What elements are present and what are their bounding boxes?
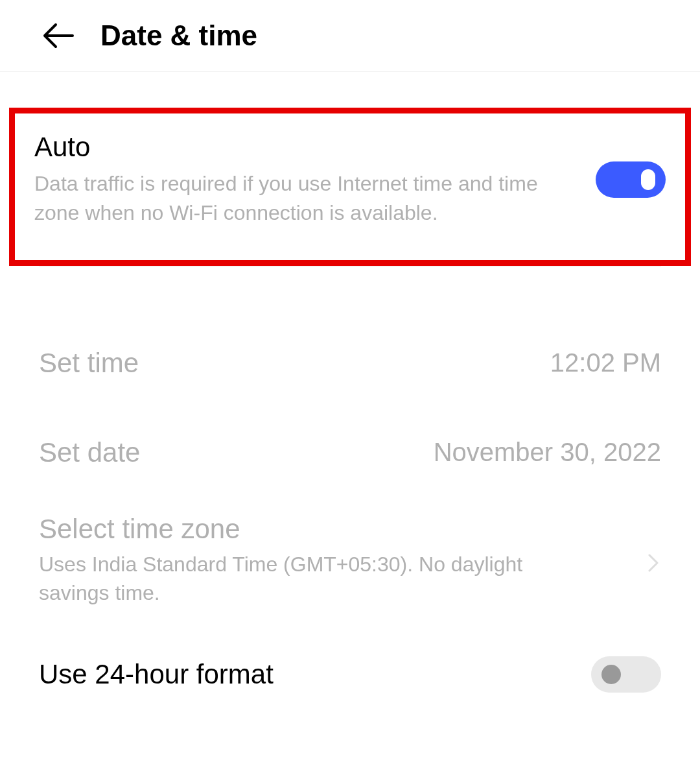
timezone-row[interactable]: Select time zone Uses India Standard Tim… — [0, 497, 700, 634]
auto-toggle[interactable] — [596, 161, 666, 198]
set-date-value: November 30, 2022 — [434, 438, 661, 467]
set-date-row[interactable]: Set date November 30, 2022 — [0, 408, 700, 497]
timezone-title: Select time zone — [39, 514, 635, 545]
header: Date & time — [0, 0, 700, 72]
set-time-row[interactable]: Set time 12:02 PM — [0, 318, 700, 408]
back-arrow-icon[interactable] — [42, 19, 75, 52]
auto-title: Auto — [34, 132, 583, 163]
format-24h-label: Use 24-hour format — [39, 659, 274, 690]
timezone-description: Uses India Standard Time (GMT+05:30). No… — [39, 550, 544, 608]
set-date-label: Set date — [39, 437, 140, 468]
format-24h-row[interactable]: Use 24-hour format — [0, 634, 700, 715]
page-title: Date & time — [100, 19, 257, 52]
auto-setting-row[interactable]: Auto Data traffic is required if you use… — [9, 108, 691, 266]
auto-description: Data traffic is required if you use Inte… — [34, 169, 540, 228]
set-time-label: Set time — [39, 348, 139, 379]
format-24h-toggle[interactable] — [591, 656, 661, 693]
set-time-value: 12:02 PM — [550, 348, 661, 377]
chevron-right-icon — [648, 554, 661, 567]
settings-content: Auto Data traffic is required if you use… — [0, 108, 700, 715]
